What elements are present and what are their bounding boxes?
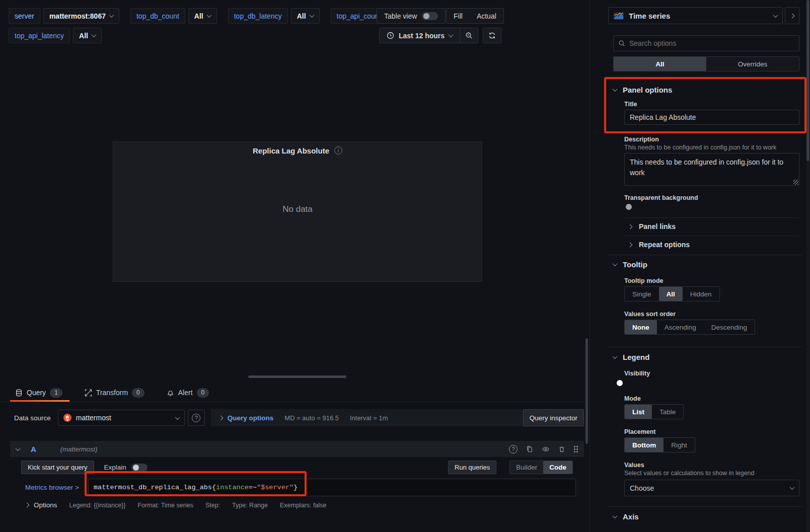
legend-values-placeholder: Choose	[630, 484, 654, 492]
expr-label-name: instance	[216, 484, 249, 491]
collapse-options-button[interactable]	[785, 7, 799, 24]
zoom-out-button[interactable]	[460, 28, 478, 43]
duplicate-icon[interactable]	[526, 445, 533, 453]
tab-alert-label: Alert	[178, 389, 193, 397]
legend-values-help: Select values or calculations to show in…	[624, 470, 801, 477]
tab-alert[interactable]: Alert 0	[167, 384, 209, 402]
builder-option[interactable]: Builder	[510, 461, 543, 474]
query-row-header[interactable]: A (mattermost) ?	[10, 441, 584, 457]
fill-button[interactable]: Fill	[447, 9, 470, 23]
variable-picker-server[interactable]: mattermost:8067	[43, 8, 119, 24]
resize-handle-icon[interactable]	[793, 180, 798, 185]
option-legend: Legend: {{instance}}	[69, 502, 126, 509]
zoom-out-icon	[465, 32, 473, 39]
option-step: Step:	[205, 502, 220, 509]
info-icon[interactable]: i	[334, 146, 342, 155]
run-queries-button[interactable]: Run queries	[448, 461, 496, 474]
query-inspector-button[interactable]: Query inspector	[523, 409, 584, 426]
chevron-down-icon	[449, 32, 454, 37]
description-field-label: Description	[624, 136, 659, 143]
query-options-header[interactable]: Query options MD = auto = 916.5 Interval…	[211, 409, 584, 426]
kick-start-query-button[interactable]: Kick start your query	[21, 461, 94, 474]
table-view-toggle[interactable]	[422, 12, 438, 20]
tooltip-mode-all[interactable]: All	[659, 287, 683, 301]
datasource-picker[interactable]: mattermost	[58, 410, 185, 426]
legend-mode-list[interactable]: List	[625, 405, 652, 419]
chevron-right-icon	[218, 415, 223, 420]
time-range-picker[interactable]: Last 12 hours	[380, 28, 460, 43]
refresh-button[interactable]	[483, 28, 501, 43]
refresh-icon	[488, 32, 496, 39]
query-options-row[interactable]: Options Legend: {{instance}} Format: Tim…	[10, 501, 584, 509]
repeat-options-label: Repeat options	[639, 241, 690, 249]
tooltip-mode-hidden[interactable]: Hidden	[683, 287, 719, 301]
placement-bottom[interactable]: Bottom	[625, 438, 664, 452]
panel-links-label: Panel links	[639, 222, 676, 231]
expr-metric: mattermost_db_replica_lag_abs{	[94, 484, 216, 491]
sort-none[interactable]: None	[625, 320, 657, 334]
variable-value: All	[79, 32, 88, 40]
visualization-picker[interactable]: Time series	[608, 7, 783, 24]
promql-code-input[interactable]: mattermost_db_replica_lag_abs{instance=~…	[88, 479, 576, 496]
legend-mode-table[interactable]: Table	[652, 405, 683, 419]
code-option[interactable]: Code	[543, 461, 572, 474]
metrics-browser-link[interactable]: Metrics browser >	[25, 484, 88, 491]
trash-icon[interactable]	[558, 445, 565, 453]
actual-button[interactable]: Actual	[470, 9, 503, 23]
panel-options-header[interactable]: Panel options	[613, 86, 672, 94]
repeat-options-header[interactable]: Repeat options	[628, 241, 690, 249]
query-options-label: Query options	[228, 414, 274, 422]
tab-all[interactable]: All	[614, 57, 706, 71]
query-help-icon[interactable]: ?	[509, 445, 518, 453]
legend-values-select[interactable]: Choose	[624, 480, 799, 496]
variable-label-top_db_count[interactable]: top_db_count	[130, 8, 185, 24]
variable-value: All	[297, 12, 306, 20]
table-view-control[interactable]: Table view	[377, 8, 446, 24]
panel-options-title: Panel options	[623, 86, 672, 94]
legend-section-header[interactable]: Legend	[613, 353, 649, 361]
chevron-down-icon	[613, 513, 618, 518]
eye-icon[interactable]	[542, 445, 550, 453]
variable-picker-top_db_count[interactable]: All	[188, 8, 217, 24]
splitter-drag-handle[interactable]	[248, 375, 346, 378]
panel-preview: Replica Lag Absolute i No data	[113, 141, 482, 282]
fill-actual-group: Fill Actual	[446, 8, 504, 24]
time-series-viz-icon	[614, 12, 624, 20]
panel-title-input[interactable]	[624, 110, 799, 125]
tooltip-section-header[interactable]: Tooltip	[613, 260, 647, 269]
chevron-down-icon	[613, 261, 618, 266]
datasource-help-button[interactable]: ?	[188, 410, 205, 426]
search-options-box[interactable]	[613, 35, 799, 51]
sidebar-scrollbar-thumb[interactable]	[806, 0, 809, 161]
database-icon	[15, 389, 23, 397]
panel-links-header[interactable]: Panel links	[628, 222, 676, 231]
tab-query[interactable]: Query 1	[15, 384, 62, 402]
explain-toggle[interactable]	[131, 464, 148, 472]
transparent-background-label: Transparent background	[624, 194, 698, 201]
chevron-down-icon	[206, 13, 211, 18]
legend-placement-group: Bottom Right	[624, 437, 695, 452]
main-scrollbar[interactable]	[585, 338, 588, 444]
tab-transform-label: Transform	[96, 389, 128, 397]
tab-overrides[interactable]: Overrides	[706, 57, 799, 71]
variable-picker-top_db_latency[interactable]: All	[291, 8, 320, 24]
sort-ascending[interactable]: Ascending	[657, 320, 704, 334]
panel-title[interactable]: Replica Lag Absolute	[253, 146, 329, 155]
axis-section-header[interactable]: Axis	[613, 512, 639, 521]
variable-label-top_api_latency[interactable]: top_api_latency	[9, 28, 70, 43]
tooltip-mode-single[interactable]: Single	[625, 287, 659, 301]
variable-label-top_db_latency[interactable]: top_db_latency	[228, 8, 288, 24]
placement-right[interactable]: Right	[664, 438, 695, 452]
drag-handle-icon[interactable]	[574, 446, 578, 452]
sort-descending[interactable]: Descending	[704, 320, 755, 334]
variable-value: All	[194, 12, 203, 20]
variable-label-server[interactable]: server	[9, 8, 40, 24]
tab-alert-count: 0	[197, 388, 209, 398]
variable-picker-top_api_latency[interactable]: All	[73, 28, 102, 43]
chevron-right-icon	[628, 224, 633, 229]
panel-description-textarea[interactable]: This needs to be configured in config.js…	[624, 153, 799, 186]
search-options-input[interactable]	[629, 39, 794, 47]
tab-query-count: 1	[50, 388, 62, 398]
tab-transform[interactable]: Transform 0	[85, 384, 144, 402]
section-divider	[608, 506, 802, 507]
